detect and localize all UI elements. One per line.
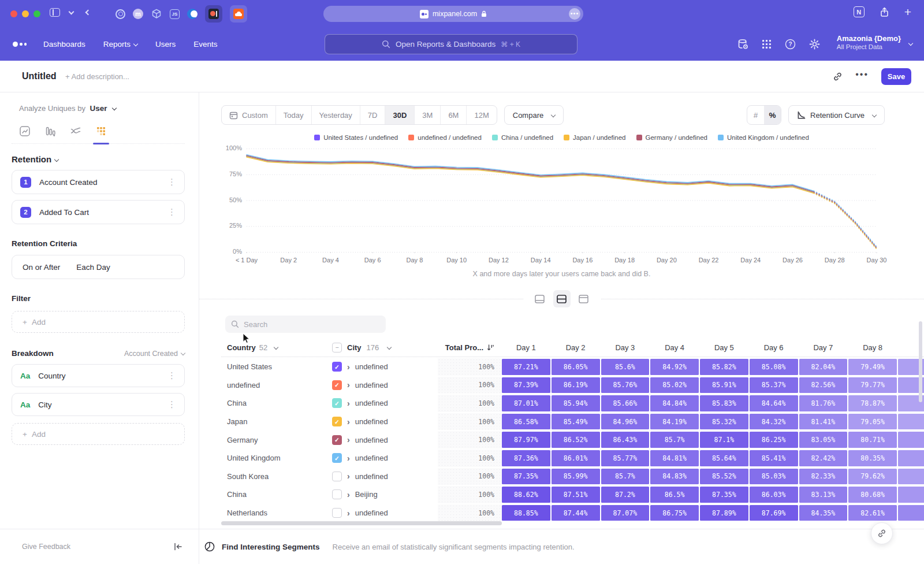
breakdown-city[interactable]: Aa City ⋮ — [12, 393, 185, 416]
close-window-button[interactable] — [10, 10, 17, 17]
js-icon[interactable]: JS — [170, 9, 180, 19]
breakdown-country[interactable]: Aa Country ⋮ — [12, 364, 185, 387]
back-icon[interactable] — [85, 10, 91, 16]
row-checkbox[interactable]: ✓ — [332, 362, 342, 372]
range-today[interactable]: Today — [275, 106, 311, 124]
expand-row-icon[interactable]: › — [347, 472, 350, 481]
retention-icon[interactable] — [95, 125, 107, 137]
flows-icon[interactable] — [70, 125, 81, 137]
expand-row-icon[interactable]: › — [347, 362, 350, 372]
day-value-cell[interactable]: 87.97% — [502, 432, 550, 448]
day-value-cell[interactable]: 84.32% — [750, 414, 798, 430]
city-column-header[interactable]: − City 176 — [332, 343, 438, 352]
day-value-cell[interactable]: 79.62% — [848, 469, 897, 485]
day-column-header[interactable]: Day 7 — [799, 343, 848, 352]
day-column-header[interactable]: Day 4 — [650, 343, 699, 352]
day-value-cell[interactable]: 81.41% — [799, 414, 848, 430]
cube-icon[interactable] — [151, 8, 162, 20]
day-column-header[interactable]: Day 5 — [699, 343, 749, 352]
expand-row-icon[interactable]: › — [347, 454, 350, 463]
breakdown-property[interactable]: City — [38, 400, 51, 409]
range-yesterday[interactable]: Yesterday — [311, 106, 360, 124]
day-value-cell[interactable]: 88.62% — [502, 487, 550, 503]
country-column-header[interactable]: Country 52 — [221, 343, 332, 352]
range-30d[interactable]: 30D — [385, 106, 414, 124]
day-value-cell[interactable]: 85.82% — [700, 359, 748, 375]
day-value-cell[interactable]: 85.03% — [750, 469, 798, 485]
legend-item[interactable]: China / undefined — [492, 134, 553, 141]
day-value-cell[interactable]: 86.19% — [552, 377, 600, 394]
day-value-cell[interactable]: 87.35% — [700, 487, 748, 503]
day-column-header[interactable]: Day 6 — [749, 343, 799, 352]
global-search[interactable]: Open Reports & Dashboards ⌘ + K — [325, 34, 578, 54]
layout-split-icon[interactable] — [553, 290, 571, 307]
day-value-cell[interactable]: 85.02% — [650, 377, 699, 394]
row-checkbox[interactable] — [332, 489, 342, 499]
day-value-cell[interactable]: 87.89% — [700, 505, 748, 521]
day-value-cell[interactable]: 87.21% — [502, 359, 550, 375]
help-icon[interactable]: ? — [785, 39, 796, 50]
day-value-cell[interactable]: 82.33% — [799, 469, 848, 485]
day-value-cell[interactable]: 78.87% — [848, 395, 897, 411]
day-value-cell[interactable]: 87.36% — [502, 450, 550, 466]
retention-criteria-card[interactable]: On or After Each Day — [12, 255, 185, 279]
analyze-uniques-row[interactable]: Analyze Uniques by User — [19, 104, 185, 113]
share-icon[interactable] — [880, 7, 889, 17]
day-value-cell[interactable]: 84.19% — [650, 414, 699, 430]
day-value-cell[interactable]: 88.85% — [502, 505, 550, 521]
day-value-cell[interactable]: 80.71% — [848, 432, 897, 448]
copy-link-icon[interactable] — [833, 72, 843, 81]
data-management-icon[interactable] — [737, 39, 748, 50]
day-value-cell[interactable]: 87.51% — [552, 487, 600, 503]
report-title[interactable]: Untitled — [22, 71, 57, 81]
day-value-cell[interactable]: 83.13% — [799, 487, 848, 503]
day-value-cell[interactable]: 84.83% — [650, 469, 699, 485]
day-value-cell[interactable]: 84.92% — [650, 359, 699, 375]
row-checkbox[interactable]: ✓ — [332, 453, 342, 463]
day-value-cell[interactable]: 86.75% — [650, 505, 699, 521]
nav-item-dashboards[interactable]: Dashboards — [43, 40, 85, 49]
insights-icon[interactable] — [19, 125, 31, 137]
range-6m[interactable]: 6M — [440, 106, 466, 124]
nav-item-users[interactable]: Users — [155, 40, 176, 49]
row-checkbox[interactable]: ✓ — [332, 380, 342, 390]
maximize-window-button[interactable] — [33, 10, 40, 17]
day-value-cell[interactable]: 87.35% — [502, 469, 550, 485]
kebab-menu-icon[interactable]: ⋮ — [167, 177, 176, 187]
day-value-cell[interactable]: 86.58% — [502, 414, 550, 430]
row-checkbox[interactable]: ✓ — [332, 435, 342, 445]
row-checkbox[interactable]: ✓ — [332, 398, 342, 408]
retention-section-header[interactable]: Retention — [12, 154, 185, 164]
range-3m[interactable]: 3M — [414, 106, 440, 124]
day-value-cell[interactable]: 87.1% — [700, 432, 748, 448]
expand-row-icon[interactable]: › — [347, 509, 350, 518]
day-value-cell[interactable]: 80.35% — [848, 450, 897, 466]
criteria-each-day[interactable]: Each Day — [76, 263, 110, 272]
funnels-icon[interactable] — [44, 125, 56, 137]
analyze-value[interactable]: User — [90, 104, 107, 113]
day-value-cell[interactable]: 85.52% — [700, 469, 748, 485]
day-value-cell[interactable]: 86.25% — [750, 432, 798, 448]
day-value-cell[interactable]: 87.07% — [601, 505, 650, 521]
day-value-cell[interactable]: 79.77% — [848, 377, 897, 394]
expand-row-icon[interactable]: › — [347, 435, 350, 444]
day-column-header[interactable]: Day 3 — [601, 343, 650, 352]
layout-chart-icon[interactable] — [531, 290, 549, 307]
day-value-cell[interactable]: 85.64% — [700, 450, 748, 466]
percent-values-toggle[interactable]: % — [764, 106, 781, 124]
filter-add-button[interactable]: + Add — [12, 311, 185, 333]
wave-icon[interactable] — [187, 9, 198, 19]
day-value-cell[interactable]: 85.94% — [552, 395, 600, 411]
expand-row-icon[interactable]: › — [347, 380, 350, 389]
day-value-cell[interactable]: 83.05% — [799, 432, 848, 448]
compare-button[interactable]: Compare — [504, 105, 564, 125]
address-bar[interactable]: mixpanel.com ••• — [323, 6, 583, 22]
horizontal-scrollbar[interactable] — [221, 521, 502, 525]
day-value-cell[interactable]: 85.77% — [601, 450, 650, 466]
day-value-cell[interactable]: 85.49% — [552, 414, 600, 430]
event-name[interactable]: Added To Cart — [39, 208, 89, 217]
criteria-on-or-after[interactable]: On or After — [23, 263, 60, 272]
day-value-cell[interactable]: 86.52% — [552, 432, 600, 448]
day-value-cell[interactable]: 82.42% — [799, 450, 848, 466]
legend-item[interactable]: United States / undefined — [314, 134, 398, 141]
